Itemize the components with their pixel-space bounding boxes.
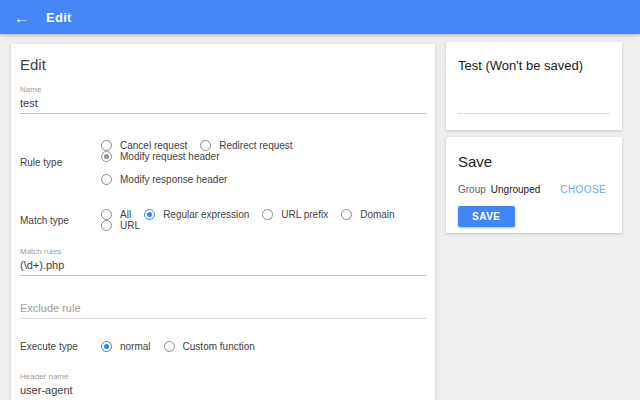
- radio-regular-expression[interactable]: Regular expression: [144, 209, 249, 220]
- radio-label: normal: [120, 341, 151, 352]
- radio-icon: [101, 209, 112, 220]
- radio-modify-response-header[interactable]: Modify response header: [101, 174, 227, 185]
- appbar-title: Edit: [46, 10, 72, 25]
- radio-icon: [262, 209, 273, 220]
- radio-label: URL: [120, 220, 140, 231]
- radio-label: Regular expression: [163, 209, 249, 220]
- execute-type-label: Execute type: [20, 341, 101, 352]
- radio-label: All: [120, 209, 131, 220]
- back-arrow-icon[interactable]: ←: [14, 10, 29, 25]
- save-card: Save Group Ungrouped CHOOSE SAVE: [446, 137, 622, 233]
- form-title: Edit: [20, 56, 426, 73]
- radio-url[interactable]: URL: [101, 220, 140, 231]
- radio-redirect-request[interactable]: Redirect request: [200, 140, 292, 151]
- radio-all[interactable]: All: [101, 209, 131, 220]
- radio-icon: [164, 341, 175, 352]
- match-type-label: Match type: [20, 215, 101, 226]
- radio-domain[interactable]: Domain: [341, 209, 394, 220]
- radio-label: URL prefix: [281, 209, 328, 220]
- match-type-row: Match type All Regular expression URL pr…: [20, 209, 426, 231]
- save-card-title: Save: [458, 153, 610, 170]
- rule-type-row: Rule type Cancel request Redirect reques…: [20, 140, 426, 185]
- radio-label: Modify request header: [120, 151, 220, 162]
- execute-type-row: Execute type normal Custom function: [20, 341, 426, 352]
- header-name-input[interactable]: [20, 382, 426, 400]
- radio-label: Domain: [360, 209, 394, 220]
- exclude-rule-field: [20, 300, 426, 319]
- radio-modify-request-header[interactable]: Modify request header: [101, 151, 220, 162]
- radio-custom-function[interactable]: Custom function: [164, 341, 255, 352]
- radio-icon: [144, 209, 155, 220]
- radio-label: Modify response header: [120, 174, 227, 185]
- radio-icon: [101, 174, 112, 185]
- group-value: Ungrouped: [491, 184, 540, 195]
- match-type-options: All Regular expression URL prefix Domain…: [101, 209, 426, 231]
- group-label: Group: [458, 184, 486, 195]
- name-input[interactable]: [20, 95, 426, 114]
- radio-icon: [200, 140, 211, 151]
- radio-normal[interactable]: normal: [101, 341, 151, 352]
- test-url-input[interactable]: [458, 97, 610, 114]
- save-button[interactable]: SAVE: [458, 206, 515, 227]
- radio-label: Cancel request: [120, 140, 187, 151]
- name-field: Name: [20, 85, 426, 114]
- radio-label: Redirect request: [219, 140, 292, 151]
- radio-icon: [101, 341, 112, 352]
- radio-icon: [341, 209, 352, 220]
- match-rules-input[interactable]: [20, 257, 426, 276]
- name-label: Name: [20, 85, 426, 95]
- radio-label: Custom function: [183, 341, 255, 352]
- execute-type-options: normal Custom function: [101, 341, 268, 352]
- match-rules-field: Match rules: [20, 247, 426, 276]
- choose-link[interactable]: CHOOSE: [560, 184, 606, 195]
- test-card: Test (Won't be saved): [446, 42, 622, 130]
- match-rules-label: Match rules: [20, 247, 426, 257]
- radio-icon: [101, 220, 112, 231]
- edit-form-card: Edit Name Rule type Cancel request Redir…: [11, 44, 435, 400]
- group-row: Group Ungrouped CHOOSE: [458, 184, 610, 195]
- rule-type-options: Cancel request Redirect request Modify r…: [101, 140, 426, 185]
- exclude-rule-input[interactable]: [20, 300, 426, 319]
- radio-icon: [101, 151, 112, 162]
- radio-icon: [101, 140, 112, 151]
- test-card-title: Test (Won't be saved): [458, 58, 610, 73]
- radio-cancel-request[interactable]: Cancel request: [101, 140, 187, 151]
- app-bar: ← Edit: [0, 0, 640, 34]
- header-name-label: Header name: [20, 372, 426, 382]
- radio-url-prefix[interactable]: URL prefix: [262, 209, 328, 220]
- header-name-field: Header name: [20, 372, 426, 400]
- rule-type-label: Rule type: [20, 157, 101, 168]
